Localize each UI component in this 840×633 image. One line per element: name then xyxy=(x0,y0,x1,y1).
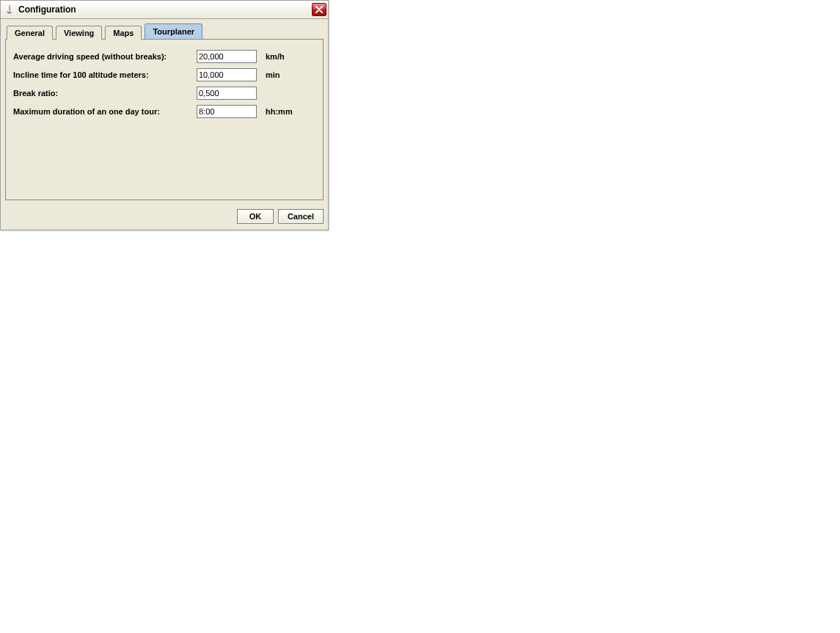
input-avg-speed[interactable] xyxy=(197,50,257,63)
close-button[interactable] xyxy=(312,3,326,16)
ok-button[interactable]: OK xyxy=(237,209,274,224)
tab-general[interactable]: General xyxy=(7,26,53,40)
row-avg-speed: Average driving speed (without breaks): … xyxy=(13,47,315,65)
input-break-ratio[interactable] xyxy=(197,87,257,100)
input-incline[interactable] xyxy=(197,68,257,81)
configuration-dialog: Configuration General Viewing Maps Tourp… xyxy=(0,0,329,230)
tab-strip: General Viewing Maps Tourplaner xyxy=(5,23,324,39)
label-max-duration: Maximum duration of an one day tour: xyxy=(13,107,197,116)
window-title: Configuration xyxy=(18,4,312,15)
label-avg-speed: Average driving speed (without breaks): xyxy=(13,52,197,61)
titlebar[interactable]: Configuration xyxy=(1,1,328,19)
row-incline: Incline time for 100 altitude meters: mi… xyxy=(13,65,315,84)
tab-maps[interactable]: Maps xyxy=(105,26,142,40)
unit-avg-speed: km/h xyxy=(266,52,285,61)
tab-viewing[interactable]: Viewing xyxy=(56,26,102,40)
tab-tourplaner[interactable]: Tourplaner xyxy=(145,23,202,39)
cancel-button[interactable]: Cancel xyxy=(278,209,324,224)
input-max-duration[interactable] xyxy=(197,105,257,118)
row-max-duration: Maximum duration of an one day tour: hh:… xyxy=(13,102,315,120)
label-incline: Incline time for 100 altitude meters: xyxy=(13,70,197,79)
unit-incline: min xyxy=(266,70,280,79)
unit-max-duration: hh:mm xyxy=(266,107,293,116)
tab-pane-tourplaner: Average driving speed (without breaks): … xyxy=(5,39,324,200)
close-icon xyxy=(315,6,323,13)
content-area: General Viewing Maps Tourplaner Average … xyxy=(1,19,328,205)
row-break-ratio: Break ratio: xyxy=(13,84,315,102)
dialog-button-row: OK Cancel xyxy=(1,205,328,230)
label-break-ratio: Break ratio: xyxy=(13,89,197,98)
java-icon xyxy=(4,4,15,15)
